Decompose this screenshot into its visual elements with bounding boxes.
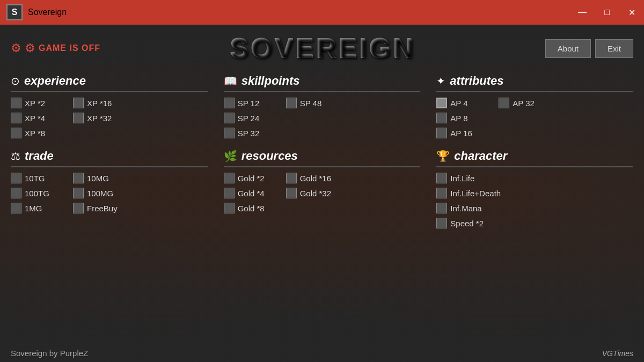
attributes-checkboxes: AP 4 AP 32 AP 8 AP 16 — [436, 98, 633, 138]
sp12-item: SP 12 — [224, 98, 277, 108]
section-skillpoints: 📖 skillpoints SP 12 SP 48 — [224, 74, 421, 138]
xp8-checkbox[interactable] — [11, 128, 21, 138]
ap16-checkbox[interactable] — [436, 128, 447, 138]
app-logo: S — [6, 4, 23, 20]
restore-button[interactable]: □ — [595, 0, 619, 25]
xp32-item: XP *32 — [73, 113, 127, 123]
100mg-checkbox[interactable] — [73, 188, 84, 198]
character-row-1: Inf.Life — [436, 173, 633, 183]
xp16-checkbox[interactable] — [73, 98, 84, 108]
footer: Sovereign by PurpleZ VGTimes — [11, 349, 633, 358]
speed2-checkbox[interactable] — [436, 218, 447, 228]
gold16-label: Gold *16 — [300, 174, 331, 183]
exit-button[interactable]: Exit — [595, 39, 633, 58]
resources-row-3: Gold *8 — [224, 203, 421, 213]
header: ⚙ ⚙ GAME IS OFF SOVEREIGN About Exit — [11, 32, 633, 64]
xp8-label: XP *8 — [25, 129, 45, 138]
game-status-text: GAME IS OFF — [39, 43, 100, 53]
section-character-title: character — [454, 149, 507, 163]
header-buttons: About Exit — [545, 39, 633, 58]
section-character-header: 🏆 character — [436, 149, 633, 167]
1mg-item: 1MG — [11, 203, 64, 213]
trade-row-3: 1MG FreeBuy — [11, 203, 208, 213]
close-button[interactable]: ✕ — [619, 0, 644, 25]
speed2-item: Speed *2 — [436, 218, 490, 228]
gold16-checkbox[interactable] — [286, 173, 297, 183]
100mg-label: 100MG — [87, 189, 113, 198]
section-character: 🏆 character Inf.Life Inf.Life+Death — [436, 149, 633, 228]
10mg-checkbox[interactable] — [73, 173, 84, 183]
vgtimes-watermark: VGTimes — [602, 349, 633, 358]
inflife-item: Inf.Life — [436, 173, 490, 183]
footer-credit: Sovereign by PurpleZ — [11, 349, 88, 358]
about-button[interactable]: About — [545, 39, 591, 58]
minimize-button[interactable]: — — [570, 0, 595, 25]
sections-grid: ⊙ experience XP *2 XP *16 — [11, 74, 633, 228]
experience-row-1: XP *2 XP *16 — [11, 98, 208, 108]
sp24-checkbox[interactable] — [224, 113, 235, 123]
section-resources: 🌿 resources Gold *2 Gold *16 — [224, 149, 421, 228]
inflife-checkbox[interactable] — [436, 173, 447, 183]
section-trade: ⚖ trade 10TG 10MG 100 — [11, 149, 208, 228]
10mg-item: 10MG — [73, 173, 127, 183]
gold2-checkbox[interactable] — [224, 173, 235, 183]
gold8-checkbox[interactable] — [224, 203, 235, 213]
10tg-item: 10TG — [11, 173, 64, 183]
freebuy-checkbox[interactable] — [73, 203, 84, 213]
xp32-checkbox[interactable] — [73, 113, 84, 123]
section-experience-header: ⊙ experience — [11, 74, 208, 92]
ap32-checkbox[interactable] — [499, 98, 509, 108]
sp12-checkbox[interactable] — [224, 98, 235, 108]
speed2-label: Speed *2 — [450, 219, 484, 228]
ap4-item: AP 4 — [436, 98, 490, 108]
trade-checkboxes: 10TG 10MG 100TG 100MG — [11, 173, 208, 213]
1mg-checkbox[interactable] — [11, 203, 21, 213]
gold8-label: Gold *8 — [238, 204, 265, 213]
100mg-item: 100MG — [73, 188, 127, 198]
section-trade-header: ⚖ trade — [11, 149, 208, 167]
inflifedeath-item: Inf.Life+Death — [436, 188, 501, 198]
xp16-label: XP *16 — [87, 99, 112, 108]
xp32-label: XP *32 — [87, 114, 112, 123]
inflifedeath-label: Inf.Life+Death — [450, 189, 501, 198]
trade-row-1: 10TG 10MG — [11, 173, 208, 183]
ap4-checkbox[interactable] — [436, 98, 447, 108]
gold32-checkbox[interactable] — [286, 188, 297, 198]
1mg-label: 1MG — [25, 204, 42, 213]
gold8-item: Gold *8 — [224, 203, 277, 213]
infmana-checkbox[interactable] — [436, 203, 447, 213]
10tg-checkbox[interactable] — [11, 173, 21, 183]
resources-row-1: Gold *2 Gold *16 — [224, 173, 421, 183]
ap8-checkbox[interactable] — [436, 113, 447, 123]
xp2-item: XP *2 — [11, 98, 64, 108]
100tg-item: 100TG — [11, 188, 64, 198]
inflifedeath-checkbox[interactable] — [436, 188, 447, 198]
resources-icon: 🌿 — [224, 150, 237, 162]
character-row-3: Inf.Mana — [436, 203, 633, 213]
gold4-checkbox[interactable] — [224, 188, 235, 198]
freebuy-label: FreeBuy — [87, 204, 118, 213]
gold16-item: Gold *16 — [286, 173, 340, 183]
ap8-item: AP 8 — [436, 113, 490, 123]
character-icon: 🏆 — [436, 150, 450, 162]
section-resources-title: resources — [241, 149, 298, 163]
gold32-item: Gold *32 — [286, 188, 340, 198]
attributes-row-1: AP 4 AP 32 — [436, 98, 633, 108]
xp2-checkbox[interactable] — [11, 98, 21, 108]
section-skillpoints-title: skillpoints — [241, 74, 300, 88]
10tg-label: 10TG — [25, 174, 45, 183]
100tg-checkbox[interactable] — [11, 188, 21, 198]
main-content: ⚙ ⚙ GAME IS OFF SOVEREIGN About Exit ⊙ e… — [0, 25, 644, 362]
100tg-label: 100TG — [25, 189, 49, 198]
xp4-checkbox[interactable] — [11, 113, 21, 123]
freebuy-item: FreeBuy — [73, 203, 127, 213]
sp48-label: SP 48 — [300, 99, 322, 108]
ap16-label: AP 16 — [450, 129, 472, 138]
sp32-checkbox[interactable] — [224, 128, 235, 138]
gold2-item: Gold *2 — [224, 173, 277, 183]
sp32-label: SP 32 — [238, 129, 260, 138]
section-resources-header: 🌿 resources — [224, 149, 421, 167]
experience-row-2: XP *4 XP *32 — [11, 113, 208, 123]
sp48-checkbox[interactable] — [286, 98, 297, 108]
section-attributes-header: ✦ attributes — [436, 74, 633, 92]
